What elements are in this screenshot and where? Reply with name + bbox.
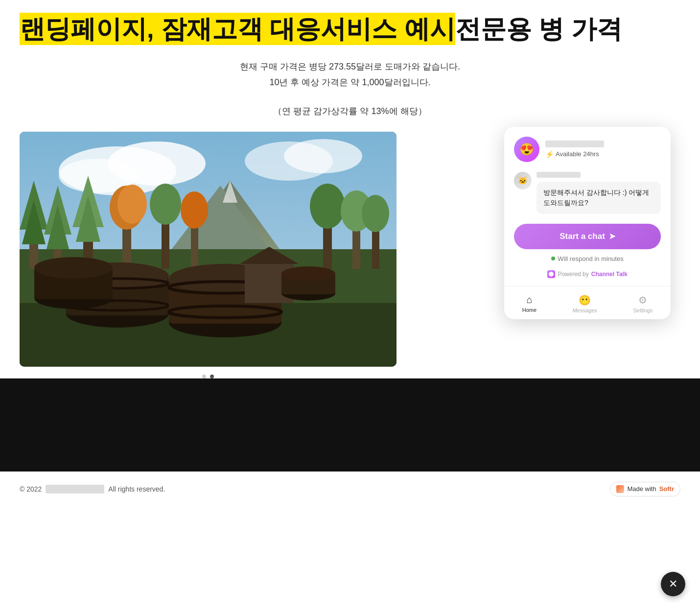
availability-bolt-icon: ⚡ <box>545 150 554 158</box>
nav-settings[interactable]: ⚙ Settings <box>625 292 660 315</box>
message-avatar: 🐱 <box>514 172 532 189</box>
agent-info: ⚡ Available 24hrs <box>545 141 661 158</box>
agent-avatar: 😍 <box>514 137 539 162</box>
message-sender-placeholder <box>537 172 581 178</box>
page-subtitle: 현재 구매 가격은 병당 273.55달러로 도매가와 같습니다. 10년 후 … <box>20 59 680 91</box>
agent-availability: ⚡ Available 24hrs <box>545 150 661 158</box>
content-area: 😍 ⚡ Available 24hrs 🐱 방문해주셔서 감사합니다 <box>20 132 680 378</box>
channel-talk-logo-icon <box>547 270 555 278</box>
softr-logo-icon <box>616 485 624 493</box>
company-name-placeholder <box>46 485 104 494</box>
svg-point-5 <box>284 139 362 173</box>
carousel-dot-2[interactable] <box>210 375 214 378</box>
footer-bottom: © 2022 All rights reserved. Made with So… <box>0 471 700 506</box>
carousel-dots <box>20 375 397 378</box>
softr-badge[interactable]: Made with Softr <box>610 482 680 496</box>
carousel[interactable] <box>20 132 397 378</box>
widget-bottom-nav: ⌂ Home 😶 Messages ⚙ Settings <box>504 286 671 319</box>
title-highlighted: 랜딩페이지, 잠재고객 대응서비스 예시 <box>20 13 455 45</box>
page-title: 랜딩페이지, 잠재고객 대응서비스 예시전문용 병 가격 <box>20 15 622 44</box>
message-content: 방문해주셔서 감사합니다 :) 어떻게 도와드릴까요? <box>537 172 661 214</box>
footer-copyright: © 2022 All rights reserved. <box>20 485 165 494</box>
svg-point-21 <box>117 185 147 224</box>
chat-widget: 😍 ⚡ Available 24hrs 🐱 방문해주셔서 감사합니다 <box>504 127 671 319</box>
nav-messages[interactable]: 😶 Messages <box>565 292 605 315</box>
svg-point-50 <box>281 266 335 281</box>
start-chat-button[interactable]: Start a chat ➤ <box>514 224 661 249</box>
chat-widget-body: 😍 ⚡ Available 24hrs 🐱 방문해주셔서 감사합니다 <box>504 127 671 286</box>
page-note: （연 평균 감가상각률 약 13%에 해당） <box>20 105 680 117</box>
message-row: 🐱 방문해주셔서 감사합니다 :) 어떻게 도와드릴까요? <box>514 172 661 214</box>
title-rest: 전문용 병 가격 <box>455 15 622 43</box>
close-button[interactable]: ✕ <box>661 572 685 596</box>
message-bubble: 방문해주셔서 감사합니다 :) 어떻게 도와드릴까요? <box>537 182 661 214</box>
svg-point-23 <box>150 184 181 225</box>
svg-point-45 <box>34 257 113 279</box>
svg-point-27 <box>310 184 345 229</box>
respond-dot-icon <box>551 257 555 260</box>
svg-point-25 <box>181 191 208 229</box>
agent-header: 😍 ⚡ Available 24hrs <box>514 137 661 162</box>
page-title-section: 랜딩페이지, 잠재고객 대응서비스 예시전문용 병 가격 <box>20 15 680 44</box>
svg-point-51 <box>549 272 554 277</box>
carousel-dot-1[interactable] <box>202 375 206 378</box>
footer-black-section <box>0 378 700 471</box>
svg-point-31 <box>362 195 389 232</box>
messages-icon: 😶 <box>579 294 591 306</box>
send-icon: ➤ <box>609 232 615 241</box>
home-icon: ⌂ <box>526 294 532 306</box>
powered-by: Powered by Channel Talk <box>514 270 661 286</box>
close-icon: ✕ <box>669 578 677 590</box>
carousel-image <box>20 132 397 367</box>
nav-home[interactable]: ⌂ Home <box>514 292 544 315</box>
respond-info: Will respond in minutes <box>514 255 661 262</box>
agent-name-placeholder <box>545 141 604 147</box>
settings-icon: ⚙ <box>638 294 647 306</box>
